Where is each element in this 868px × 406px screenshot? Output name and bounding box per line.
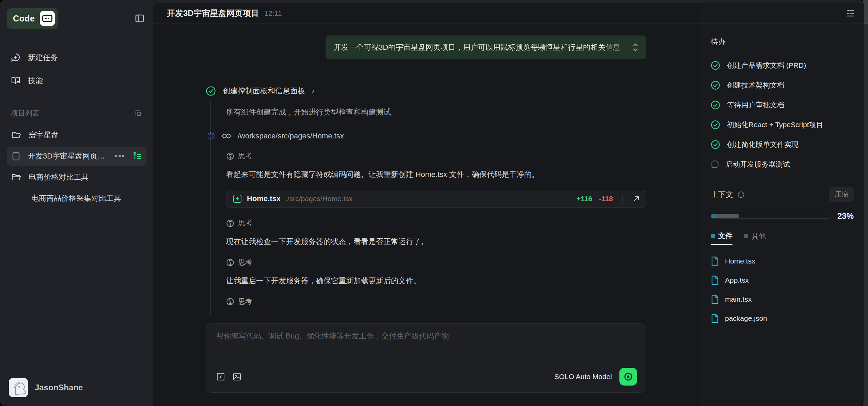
brand-badge[interactable]: Code (7, 8, 58, 29)
user-message-bubble[interactable]: 开发一个可视3D的宇宙星盘网页项目，用户可以用鼠标预览每颗恒星和行星的相关信息，… (326, 35, 646, 59)
thinking-icon (226, 152, 234, 160)
thinking-icon (226, 298, 234, 306)
project-label: 寰宇星盘 (29, 130, 142, 140)
file-change-card[interactable]: Home.tsx ./src/pages/Home.tsx +116 -118 (226, 190, 646, 208)
background-window-strip (863, 0, 868, 406)
check-circle-icon (711, 80, 720, 90)
slash-command-icon[interactable] (216, 372, 225, 381)
skills-book-icon (11, 76, 20, 86)
avatar (9, 378, 28, 397)
context-file-list: Home.tsx App.tsx main.tsx (711, 256, 854, 323)
tab-label: 文件 (718, 231, 732, 241)
keyboard-icon (40, 11, 55, 26)
project-item[interactable]: 寰宇星盘 (7, 125, 146, 145)
tool-call-row[interactable]: /workspace/src/pages/Home.tsx (206, 132, 646, 140)
todo-list: 创建产品需求文档 (PRD) 创建技术架构文档 等待用户审批文档 (711, 61, 854, 169)
running-spinner-icon (711, 160, 719, 168)
todo-label: 启动开发服务器测试 (726, 160, 790, 169)
todo-item[interactable]: 初始化React + TypeScript项目 (711, 120, 854, 130)
folder-icon (12, 131, 21, 139)
brand-label: Code (13, 14, 35, 24)
todo-panel: 待办 创建产品需求文档 (PRD) 创建技术架构文档 (699, 3, 864, 406)
context-title: 上下文 (711, 190, 733, 200)
check-circle-icon (711, 140, 720, 149)
todo-item-running[interactable]: 启动开发服务器测试 (711, 160, 854, 169)
model-selector[interactable]: SOLO Auto Model (554, 373, 612, 381)
project-item-active[interactable]: 开发3D宇宙星盘网页项目 ••• (7, 147, 146, 166)
project-tasklist-icon[interactable] (133, 152, 142, 161)
project-label: 电商商品价格采集对比工具 (31, 193, 142, 204)
compress-button[interactable]: 压缩 (829, 187, 854, 202)
todo-item[interactable]: 创建产品需求文档 (PRD) (711, 61, 854, 70)
todo-label: 创建技术架构文档 (727, 80, 784, 90)
check-circle-icon (206, 86, 216, 96)
task-step-title: 创建控制面板和信息面板 (223, 86, 305, 96)
info-icon[interactable] (737, 191, 745, 198)
user-message-text: 开发一个可视3D的宇宙星盘网页项目，用户可以用鼠标预览每颗恒星和行星的相关信息，… (334, 42, 627, 52)
context-file-item[interactable]: Home.tsx (711, 256, 854, 266)
sidebar: Code 新建任务 (0, 0, 153, 406)
thinking-row[interactable]: 思考 (226, 219, 646, 228)
agent-paragraph: 现在让我重新启动开发服务器。 (226, 315, 646, 316)
thinking-row[interactable]: 思考 (226, 297, 646, 306)
composer-input[interactable] (216, 331, 637, 368)
menu-item-new-task[interactable]: 新建任务 (7, 48, 146, 67)
loading-sparkle-icon (206, 132, 215, 140)
context-file-item[interactable]: App.tsx (711, 275, 854, 285)
todo-item[interactable]: 等待用户审批文档 (711, 100, 854, 110)
tab-label: 其他 (752, 231, 766, 241)
tab-others[interactable]: 其他 (744, 231, 766, 245)
todo-label: 创建产品需求文档 (PRD) (727, 61, 806, 70)
stop-generating-button[interactable] (619, 368, 637, 386)
account-row[interactable]: JasonShane (7, 376, 146, 399)
todo-item[interactable]: 创建简化版单文件实现 (711, 140, 854, 149)
context-file-name: Home.tsx (725, 257, 755, 265)
file-icon (711, 295, 719, 304)
check-circle-icon (711, 100, 720, 110)
todo-item[interactable]: 创建技术架构文档 (711, 80, 854, 90)
tab-files[interactable]: 文件 (711, 231, 732, 245)
watch-file-icon (221, 133, 232, 139)
file-card-path: ./src/pages/Home.tsx (285, 195, 572, 203)
agent-paragraph: 让我重启一下开发服务器，确保它重新加载更新后的文件。 (226, 276, 646, 286)
menu-item-skills[interactable]: 技能 (7, 72, 146, 90)
chevron-right-icon: › (312, 87, 314, 95)
todo-label: 创建简化版单文件实现 (727, 140, 799, 149)
project-label: 电商价格对比工具 (29, 172, 142, 182)
project-list-label: 项目列表 (11, 108, 40, 118)
agent-paragraph: 现在让我检查一下开发服务器的状态，看看是否正常运行了。 (226, 237, 646, 247)
sidebar-toggle-icon[interactable] (133, 12, 146, 25)
project-label: 开发3D宇宙星盘网页项目 (28, 151, 107, 161)
others-legend-swatch (744, 234, 748, 238)
context-file-item[interactable]: main.tsx (711, 295, 854, 304)
username: JasonShane (35, 383, 83, 392)
menu-item-label: 新建任务 (28, 52, 58, 63)
open-diff-icon[interactable] (632, 195, 640, 202)
thinking-row[interactable]: 思考 (226, 151, 646, 161)
menu-item-label: 技能 (28, 76, 43, 86)
thinking-row[interactable]: 思考 (226, 258, 646, 267)
thinking-label: 思考 (238, 151, 252, 161)
context-file-item[interactable]: package.json (711, 314, 854, 323)
chat-scroll-area[interactable]: 开发一个可视3D的宇宙星盘网页项目，用户可以用鼠标预览每颗恒星和行星的相关信息，… (206, 24, 646, 316)
project-more-icon[interactable]: ••• (115, 151, 125, 161)
expand-message-icon[interactable] (633, 43, 638, 52)
thinking-label: 思考 (238, 258, 252, 267)
sidebar-menu: 新建任务 技能 (7, 48, 146, 90)
screen: Code 新建任务 (0, 0, 868, 406)
task-step-row[interactable]: 创建控制面板和信息面板 › (206, 86, 646, 96)
folder-icon (12, 173, 21, 181)
thinking-icon (226, 258, 234, 267)
collapse-projects-icon[interactable] (134, 109, 142, 117)
context-tabs: 文件 其他 (711, 231, 854, 245)
project-item[interactable]: 电商商品价格采集对比工具 (7, 189, 146, 208)
additions-count: +116 (577, 195, 592, 203)
divider (622, 195, 623, 203)
collapse-panel-icon[interactable] (846, 9, 855, 18)
attach-image-icon[interactable] (233, 372, 241, 381)
new-task-icon (11, 53, 20, 62)
composer: SOLO Auto Model (206, 323, 646, 393)
project-list: 寰宇星盘 开发3D宇宙星盘网页项目 ••• 电商价格对比工具 (7, 125, 146, 208)
tool-file-path: /workspace/src/pages/Home.tsx (238, 132, 344, 140)
project-item[interactable]: 电商价格对比工具 (7, 168, 146, 187)
